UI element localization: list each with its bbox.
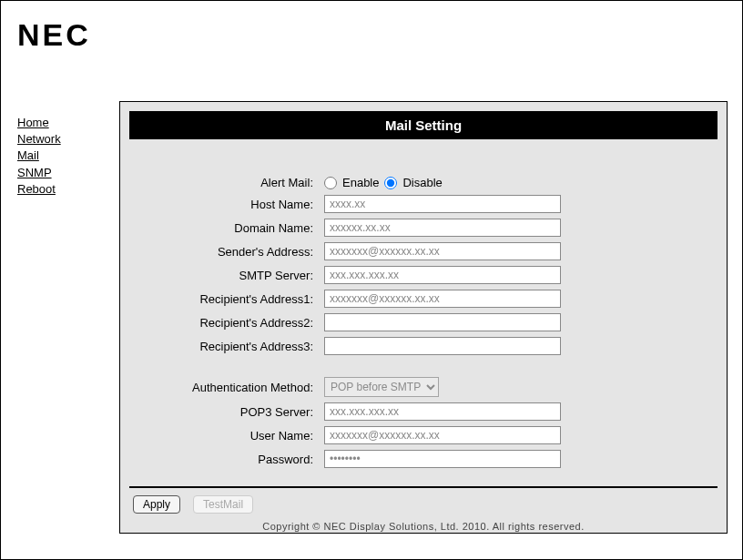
recipient3-input[interactable]	[324, 337, 561, 355]
alert-mail-disable-radio[interactable]	[384, 177, 397, 189]
alert-mail-label: Alert Mail:	[149, 176, 313, 189]
alert-mail-disable-text: Disable	[402, 176, 442, 189]
sender-address-label: Sender's Address:	[149, 245, 313, 259]
form-area: Alert Mail: Enable Disable Host Name: Do…	[129, 176, 718, 468]
sidebar-item-network[interactable]: Network	[17, 131, 61, 148]
user-name-label: User Name:	[149, 429, 313, 443]
sidebar-item-home[interactable]: Home	[17, 115, 61, 131]
domain-name-input[interactable]	[324, 219, 561, 237]
smtp-server-input[interactable]	[324, 266, 561, 284]
smtp-server-label: SMTP Server:	[149, 269, 313, 282]
testmail-button[interactable]: TestMail	[193, 495, 253, 514]
host-name-label: Host Name:	[149, 198, 313, 211]
brand-logo: NEC	[17, 17, 91, 53]
sidebar-item-reboot[interactable]: Reboot	[17, 181, 61, 198]
pop3-server-input[interactable]	[324, 402, 561, 421]
recipient1-input[interactable]	[324, 290, 561, 308]
recipient1-label: Recipient's Address1:	[149, 292, 313, 306]
domain-name-label: Domain Name:	[149, 221, 313, 235]
pop3-server-label: POP3 Server:	[149, 405, 313, 419]
host-name-input[interactable]	[324, 195, 561, 213]
sidebar-nav: Home Network Mail SNMP Reboot	[17, 115, 61, 198]
sidebar-item-mail[interactable]: Mail	[17, 148, 61, 164]
user-name-input[interactable]	[324, 426, 561, 444]
password-label: Password:	[149, 453, 313, 466]
apply-button[interactable]: Apply	[133, 495, 180, 514]
copyright-text: Copyright © NEC Display Solutions, Ltd. …	[129, 521, 718, 532]
recipient3-label: Recipient's Address3:	[149, 340, 313, 353]
main-panel: Mail Setting Alert Mail: Enable Disable …	[119, 101, 728, 534]
page-title: Mail Setting	[129, 111, 718, 139]
password-input[interactable]	[324, 450, 561, 468]
sender-address-input[interactable]	[324, 242, 561, 260]
sidebar-item-snmp[interactable]: SNMP	[17, 165, 61, 181]
recipient2-input[interactable]	[324, 313, 561, 331]
alert-mail-enable-radio[interactable]	[324, 177, 337, 189]
auth-method-label: Authentication Method:	[149, 381, 313, 394]
recipient2-label: Recipient's Address2:	[149, 316, 313, 330]
divider	[129, 486, 718, 488]
alert-mail-enable-text: Enable	[342, 176, 379, 189]
auth-method-select[interactable]: POP before SMTP	[324, 377, 439, 397]
